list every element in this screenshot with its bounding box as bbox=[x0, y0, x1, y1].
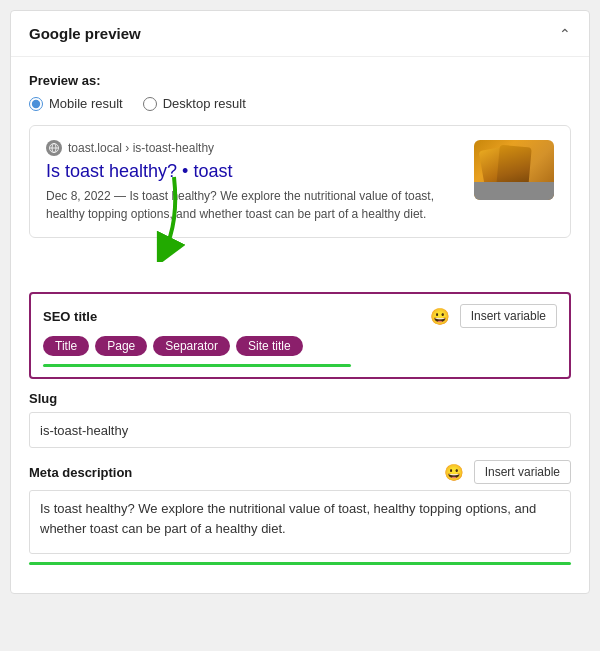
preview-as-label: Preview as: bbox=[29, 73, 571, 88]
breadcrumb-text: toast.local › is-toast-healthy bbox=[68, 141, 214, 155]
seo-title-header: SEO title 😀 Insert variable bbox=[43, 304, 557, 328]
meta-description-textarea[interactable]: Is toast healthy? We explore the nutriti… bbox=[29, 490, 571, 554]
google-preview-panel: Google preview ⌃ Preview as: Mobile resu… bbox=[10, 10, 590, 594]
arrow-wrapper bbox=[29, 252, 571, 292]
tag-title[interactable]: Title bbox=[43, 336, 89, 356]
toast-preview-image bbox=[474, 140, 554, 200]
meta-description-section: Meta description 😀 Insert variable Is to… bbox=[29, 460, 571, 565]
chevron-up-icon[interactable]: ⌃ bbox=[559, 26, 571, 42]
seo-title-emoji-button[interactable]: 😀 bbox=[428, 305, 452, 328]
google-preview-box: toast.local › is-toast-healthy Is toast … bbox=[29, 125, 571, 238]
seo-title-actions: 😀 Insert variable bbox=[428, 304, 557, 328]
meta-description-label: Meta description bbox=[29, 465, 132, 480]
seo-title-label: SEO title bbox=[43, 309, 97, 324]
preview-breadcrumb: toast.local › is-toast-healthy bbox=[46, 140, 462, 156]
tag-site-title[interactable]: Site title bbox=[236, 336, 303, 356]
slug-section: Slug is-toast-healthy bbox=[29, 391, 571, 448]
globe-icon bbox=[46, 140, 62, 156]
tag-separator[interactable]: Separator bbox=[153, 336, 230, 356]
meta-emoji-button[interactable]: 😀 bbox=[442, 461, 466, 484]
meta-insert-variable-button[interactable]: Insert variable bbox=[474, 460, 571, 484]
desktop-result-label: Desktop result bbox=[163, 96, 246, 111]
desktop-radio[interactable] bbox=[143, 97, 157, 111]
slug-input-wrapper[interactable]: is-toast-healthy bbox=[29, 412, 571, 448]
toaster-base bbox=[474, 182, 554, 200]
panel-title: Google preview bbox=[29, 25, 141, 42]
preview-date: Dec 8, 2022 bbox=[46, 189, 111, 203]
mobile-radio[interactable] bbox=[29, 97, 43, 111]
seo-title-section: SEO title 😀 Insert variable Title Page S… bbox=[29, 292, 571, 379]
tag-page[interactable]: Page bbox=[95, 336, 147, 356]
mobile-result-label: Mobile result bbox=[49, 96, 123, 111]
slug-value: is-toast-healthy bbox=[40, 423, 128, 438]
panel-body: Preview as: Mobile result Desktop result bbox=[11, 57, 589, 593]
slug-label: Slug bbox=[29, 391, 571, 406]
panel-header: Google preview ⌃ bbox=[11, 11, 589, 57]
seo-title-progress-bar bbox=[43, 364, 351, 367]
seo-title-tags-row: Title Page Separator Site title bbox=[43, 336, 557, 356]
mobile-result-option[interactable]: Mobile result bbox=[29, 96, 123, 111]
preview-content: toast.local › is-toast-healthy Is toast … bbox=[46, 140, 462, 223]
preview-dash: — bbox=[114, 189, 129, 203]
desktop-result-option[interactable]: Desktop result bbox=[143, 96, 246, 111]
preview-description: Dec 8, 2022 — Is toast healthy? We explo… bbox=[46, 187, 462, 223]
preview-link: Is toast healthy? • toast bbox=[46, 160, 462, 183]
meta-description-actions: 😀 Insert variable bbox=[442, 460, 571, 484]
preview-as-radio-group: Mobile result Desktop result bbox=[29, 96, 571, 111]
meta-description-header: Meta description 😀 Insert variable bbox=[29, 460, 571, 484]
green-arrow-icon bbox=[144, 172, 204, 262]
meta-description-progress-bar bbox=[29, 562, 571, 565]
seo-title-insert-variable-button[interactable]: Insert variable bbox=[460, 304, 557, 328]
toast-image-bg bbox=[474, 140, 554, 200]
